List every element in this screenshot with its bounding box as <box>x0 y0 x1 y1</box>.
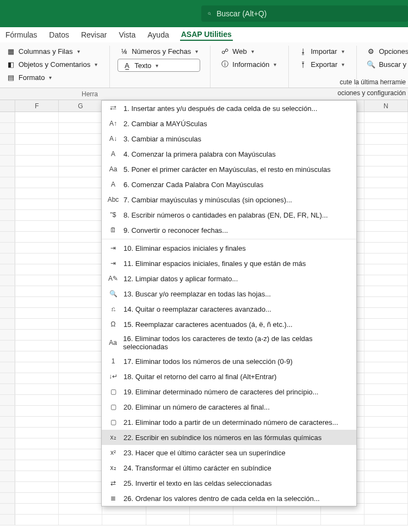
cell[interactable] <box>15 275 59 286</box>
row-header[interactable] <box>0 362 15 373</box>
cell[interactable] <box>59 199 102 209</box>
cell[interactable] <box>364 384 408 394</box>
cell[interactable] <box>59 482 102 492</box>
btn-info[interactable]: ⓘ Información ▾ <box>218 59 279 70</box>
cell[interactable] <box>15 330 59 340</box>
row-header[interactable] <box>0 112 15 122</box>
cell[interactable] <box>59 134 102 144</box>
row-header[interactable] <box>0 438 15 449</box>
cell[interactable] <box>15 406 59 416</box>
cell[interactable] <box>59 188 102 199</box>
cell[interactable] <box>59 319 102 329</box>
col-header[interactable]: G <box>59 100 102 112</box>
row-header[interactable] <box>0 156 15 166</box>
cell[interactable] <box>15 286 59 296</box>
cell[interactable] <box>364 406 408 416</box>
btn-export[interactable]: ⭱ Exportar ▾ <box>296 59 347 70</box>
cell[interactable] <box>15 156 59 166</box>
cell[interactable] <box>15 384 59 394</box>
cell[interactable] <box>364 373 408 383</box>
btn-text[interactable]: A̲ Texto ▾ <box>118 59 200 72</box>
cell[interactable] <box>15 438 59 449</box>
cell[interactable] <box>59 166 102 177</box>
cell[interactable] <box>15 362 59 373</box>
row-header[interactable] <box>0 330 15 340</box>
row-header[interactable] <box>0 428 15 438</box>
cell[interactable] <box>364 319 408 329</box>
cell[interactable] <box>15 471 59 481</box>
row-header[interactable] <box>0 232 15 242</box>
cell[interactable] <box>364 210 408 220</box>
btn-options[interactable]: ⚙ Opciones de ASAP Utilitie <box>364 46 408 57</box>
row-header[interactable] <box>0 210 15 220</box>
menu-item-8[interactable]: "$8. Escribir números o cantidades en pa… <box>102 207 356 222</box>
cell[interactable] <box>59 373 102 383</box>
cell[interactable] <box>321 515 364 525</box>
cell[interactable] <box>364 199 408 209</box>
cell[interactable] <box>15 253 59 264</box>
cell[interactable] <box>364 297 408 307</box>
cell[interactable] <box>15 428 59 438</box>
cell[interactable] <box>59 145 102 155</box>
cell[interactable] <box>364 428 408 438</box>
row-header[interactable] <box>0 275 15 286</box>
cell[interactable] <box>364 177 408 188</box>
row-header[interactable] <box>0 406 15 416</box>
cell[interactable] <box>364 308 408 318</box>
cell[interactable] <box>364 134 408 144</box>
cell[interactable] <box>15 221 59 231</box>
row-header[interactable] <box>0 264 15 275</box>
cell[interactable] <box>59 286 102 296</box>
cell[interactable] <box>59 406 102 416</box>
btn-format[interactable]: ▤ Formato ▾ <box>4 72 100 83</box>
menu-item-5[interactable]: Aa5. Poner el primer carácter en Mayúscu… <box>102 162 356 177</box>
cell[interactable] <box>59 221 102 231</box>
cell[interactable] <box>364 166 408 177</box>
row-header[interactable] <box>0 460 15 471</box>
cell[interactable] <box>15 264 59 275</box>
cell[interactable] <box>15 166 59 177</box>
cell[interactable] <box>59 504 102 514</box>
cell[interactable] <box>15 199 59 209</box>
cell[interactable] <box>59 243 102 253</box>
cell[interactable] <box>59 438 102 449</box>
cell[interactable] <box>364 156 408 166</box>
btn-import[interactable]: ⭳ Importar ▾ <box>296 46 347 57</box>
cell[interactable] <box>15 134 59 144</box>
cell[interactable] <box>364 264 408 275</box>
cell[interactable] <box>15 210 59 220</box>
tab-datos[interactable]: Datos <box>48 29 70 40</box>
cell[interactable] <box>59 341 102 351</box>
cell[interactable] <box>364 112 408 122</box>
cell[interactable] <box>59 264 102 275</box>
cell[interactable] <box>59 395 102 405</box>
menu-item-14[interactable]: ⎌14. Quitar o reemplazar caracteres avan… <box>102 301 356 317</box>
row-header[interactable] <box>0 134 15 144</box>
cell[interactable] <box>59 308 102 318</box>
row-header[interactable] <box>0 319 15 329</box>
cell[interactable] <box>277 515 320 525</box>
menu-item-3[interactable]: A↓3. Cambiar a minúsculas <box>102 131 356 146</box>
cell[interactable] <box>364 330 408 340</box>
cell[interactable] <box>364 351 408 362</box>
cell[interactable] <box>59 210 102 220</box>
cell[interactable] <box>59 428 102 438</box>
cell[interactable] <box>364 482 408 492</box>
menu-item-9[interactable]: 🗓9. Convertir o reconocer fechas... <box>102 222 356 238</box>
cell[interactable] <box>15 243 59 253</box>
row-header[interactable] <box>0 384 15 394</box>
cell[interactable] <box>59 123 102 133</box>
cell[interactable] <box>59 460 102 471</box>
cell[interactable] <box>15 460 59 471</box>
cell[interactable] <box>15 297 59 307</box>
menu-item-1[interactable]: ⮂1. Insertar antes y/u después de cada c… <box>102 101 356 116</box>
cell[interactable] <box>59 351 102 362</box>
cell[interactable] <box>15 112 59 122</box>
menu-item-20[interactable]: ▢20. Eliminar un número de caracteres al… <box>102 399 356 415</box>
cell[interactable] <box>364 286 408 296</box>
btn-find-run[interactable]: 🔍 Buscar y ejecutar una utili <box>364 59 408 70</box>
cell[interactable] <box>15 449 59 460</box>
row-header[interactable] <box>0 482 15 492</box>
cell[interactable] <box>364 504 408 514</box>
select-all-corner[interactable] <box>0 100 15 112</box>
